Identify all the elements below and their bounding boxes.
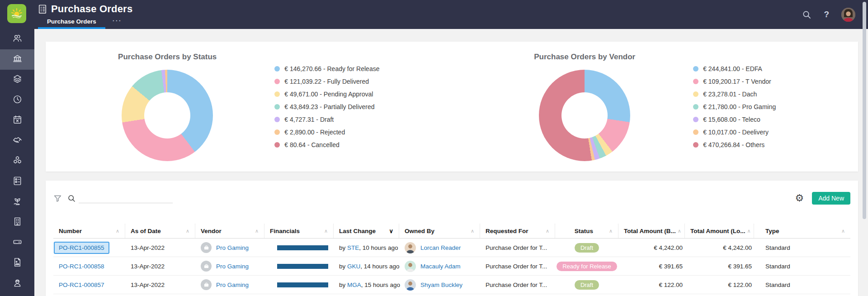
total-amount-local: € 391.65 [728,263,752,270]
changed-by-user-link[interactable]: MGA [347,282,361,288]
column-header-as-of-date[interactable]: As of Date∧ [125,224,195,238]
changed-ago: , 10 hours ago [359,244,398,251]
changed-by-user-link[interactable]: STE [347,244,359,251]
more-tabs-button[interactable]: ··· [113,17,122,29]
cell-status: Ready for Release [555,262,618,271]
cell-total-base: € 391.65 [618,263,685,270]
vendor-link[interactable]: Pro Gaming [216,263,249,270]
sidebar-item-purchasing[interactable] [0,49,34,70]
type-text: Standard [765,282,790,288]
cell-total-local: € 4,242.00 [685,244,754,251]
sidebar-item-partners[interactable] [0,131,34,151]
vertical-scrollbar[interactable] [863,2,866,219]
filter-button[interactable] [53,194,62,203]
legend-item[interactable]: € 21,780.00 - Pro Gaming [693,100,776,113]
column-header-vendor[interactable]: Vendor∧ [195,224,264,238]
sidebar-item-tasks[interactable] [0,172,34,192]
owner-avatar[interactable] [405,279,416,291]
legend-item[interactable]: € 121,039.22 - Fully Delivered [274,75,379,88]
po-number-link[interactable]: PO-RC1-000855 [59,244,104,251]
vendor-link[interactable]: Pro Gaming [216,282,249,288]
status-badge: Draft [575,243,599,253]
legend-item[interactable]: € 2,890.00 - Rejected [274,126,379,138]
layers-icon [12,74,23,86]
partners-icon [12,135,23,147]
legend-item[interactable]: € 15,608.00 - Teleco [693,113,776,126]
sidebar-item-company[interactable] [0,212,34,233]
sidebar-item-documents[interactable] [0,253,34,273]
table-search-input[interactable] [79,193,173,203]
sidebar-item-calendar[interactable] [0,110,34,131]
type-text: Standard [765,244,790,251]
po-number-link[interactable]: PO-RC1-000857 [59,282,104,288]
sidebar-item-sustainability[interactable] [0,192,34,212]
sidebar-item-users[interactable] [0,29,34,49]
sidebar-item-time[interactable] [0,90,34,110]
sidebar-item-personnel[interactable] [0,273,34,294]
financials-bar [277,245,328,250]
chart-vendor-title: Purchase Orders by Vendor [534,53,635,62]
legend-item[interactable]: € 146,270.66 - Ready for Release [274,62,379,75]
personnel-icon [12,277,23,290]
column-header-owned-by[interactable]: Owned By∧ [399,224,480,238]
column-header-total-amount-b[interactable]: Total Amount (B...∧ [618,224,685,238]
sort-icon: ∧ [841,228,845,234]
app-logo[interactable] [7,4,26,23]
column-header-number[interactable]: Number∧ [53,224,125,238]
vendor-link[interactable]: Pro Gaming [216,244,249,251]
last-change-text: by MGA, 15 hours ago [339,282,400,288]
cell-status: Draft [555,280,618,290]
legend-item[interactable]: € 4,727.31 - Draft [274,113,379,126]
column-header-total-amount-lo[interactable]: Total Amount (Lo...∧ [685,224,754,238]
sidebar-item-storage[interactable] [0,233,34,253]
legend-item[interactable]: € 80.64 - Cancelled [274,138,379,151]
column-header-financials[interactable]: Financials∧ [264,224,334,238]
owner-avatar[interactable] [405,261,416,272]
cell-number: PO-RC1-000855 [53,242,125,254]
legend-dot [693,142,698,148]
chart-vendor-donut[interactable] [539,70,630,161]
changed-by-user-link[interactable]: GKU [347,263,360,270]
chart-status-donut[interactable] [122,70,213,161]
number-wrap: PO-RC1-000858 [59,263,104,270]
by-label: by [339,244,347,251]
legend-item[interactable]: € 10,017.00 - Deelivery [693,126,776,138]
owner-link[interactable]: Macauly Adam [420,263,461,270]
chart-vendor-group: Purchase Orders by Vendor € 244,841.00 -… [452,42,859,172]
column-header-requested-for[interactable]: Requested For∧ [480,224,555,238]
tab-bar: Purchase Orders ··· [38,17,122,29]
legend-item[interactable]: € 244,841.00 - EDFA [693,62,776,75]
global-search-button[interactable] [802,10,811,19]
legend-item[interactable]: € 109,200.17 - T Vendor [693,75,776,88]
column-header-status[interactable]: Status∧ [555,224,618,238]
table-search-button[interactable] [67,194,76,203]
changed-ago: , 14 hours ago [360,263,399,270]
owner-link[interactable]: Lorcan Reader [420,244,461,251]
user-avatar[interactable] [841,8,855,22]
sidebar-item-layers[interactable] [0,70,34,90]
cell-last-change: by MGA, 15 hours ago [334,282,399,288]
table-row[interactable]: PO-RC1-00085713-Apr-2022Pro Gamingby MGA… [53,276,850,294]
tab-purchase-orders[interactable]: Purchase Orders [38,18,105,29]
po-number-link[interactable]: PO-RC1-000858 [59,263,104,270]
table-row[interactable]: PO-RC1-00085513-Apr-2022Pro Gamingby STE… [53,239,850,257]
legend-label: € 244,841.00 - EDFA [703,65,762,72]
owner-link[interactable]: Shyam Buckley [420,282,462,288]
financials-bar [277,282,328,287]
owner-avatar[interactable] [405,242,416,253]
add-new-button[interactable]: Add New [812,192,850,205]
legend-item[interactable]: € 49,671.00 - Pending Approval [274,88,379,100]
sidebar-item-products[interactable] [0,151,34,172]
legend-dot [693,129,698,135]
legend-item[interactable]: € 23,278.01 - Dach [693,88,776,100]
legend-dot [274,104,280,110]
help-button[interactable]: ? [824,10,829,19]
cell-financials [264,245,334,250]
legend-item[interactable]: € 43,849.23 - Partially Delivered [274,100,379,113]
table-row[interactable]: PO-RC1-00085813-Apr-2022Pro Gamingby GKU… [53,257,850,276]
column-header-type[interactable]: Type∧ [754,224,850,238]
column-header-last-change[interactable]: Last Change∨ [334,224,399,238]
legend-item[interactable]: € 470,266.84 - Others [693,138,776,151]
documents-icon [12,257,23,269]
table-settings-button[interactable]: ⚙ [795,193,804,203]
